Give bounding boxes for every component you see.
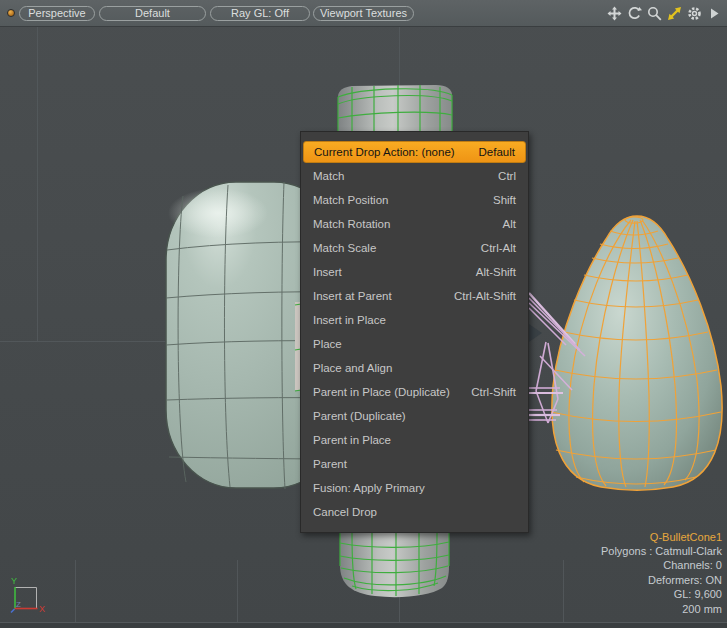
menu-item-shortcut: Shift <box>493 194 516 206</box>
viewport-toolbar: PerspectiveDefaultRay GL: OffViewport Te… <box>0 0 727 27</box>
selected-item-name: Q-BulletCone1 <box>601 530 722 544</box>
menu-item-label: Parent <box>313 458 347 470</box>
menu-item[interactable]: Parent in Place <box>301 428 528 452</box>
menu-item-shortcut: Ctrl-Shift <box>471 386 516 398</box>
expand-arrow-icon[interactable] <box>706 5 723 21</box>
axis-z-label: Z <box>16 600 21 609</box>
status-readout: Q-BulletCone1 Polygons : Catmull-ClarkCh… <box>601 530 722 616</box>
toolbar-icons <box>603 5 723 21</box>
menu-item[interactable]: Insert in Place <box>301 308 528 332</box>
maximize-icon[interactable] <box>666 5 683 21</box>
menu-item[interactable]: Current Drop Action: (none)Default <box>303 141 526 163</box>
status-line: 200 mm <box>601 602 722 616</box>
menu-item[interactable]: MatchCtrl <box>301 164 528 188</box>
rotate-icon[interactable] <box>626 5 643 21</box>
menu-item-label: Place and Align <box>313 362 392 374</box>
toolbar-button-perspective[interactable]: Perspective <box>19 6 95 21</box>
menu-item-label: Match Rotation <box>313 218 390 230</box>
menu-item-label: Insert in Place <box>313 314 386 326</box>
status-line: Channels: 0 <box>601 558 722 572</box>
gear-icon[interactable] <box>686 5 703 21</box>
axis-y-label: Y <box>11 576 17 586</box>
status-line: Deformers: ON <box>601 573 722 587</box>
status-info-lines: Polygons : Catmull-ClarkChannels: 0Defor… <box>601 544 722 616</box>
menu-item-shortcut: Alt-Shift <box>476 266 516 278</box>
menu-item[interactable]: Fusion: Apply Primary <box>301 476 528 500</box>
modo-viewport-window: Y X Z PerspectiveDefaultRay GL: OffViewp… <box>0 0 727 628</box>
context-menu: Current Drop Action: (none)DefaultMatchC… <box>300 131 529 533</box>
pan-move-icon[interactable] <box>606 5 623 21</box>
menu-item-shortcut: Default <box>479 146 515 158</box>
menu-item-label: Match Position <box>313 194 388 206</box>
menu-item[interactable]: Parent in Place (Duplicate)Ctrl-Shift <box>301 380 528 404</box>
viewport-bottom-strip <box>0 623 727 628</box>
toolbar-button-ray-gl-off[interactable]: Ray GL: Off <box>210 6 310 21</box>
menu-item-shortcut: Ctrl-Alt <box>481 242 516 254</box>
menu-item-shortcut: Ctrl <box>498 170 516 182</box>
menu-item-label: Fusion: Apply Primary <box>313 482 425 494</box>
zoom-icon[interactable] <box>646 5 663 21</box>
status-line: Polygons : Catmull-Clark <box>601 544 722 558</box>
menu-item-label: Cancel Drop <box>313 506 377 518</box>
menu-item-label: Parent in Place (Duplicate) <box>313 386 450 398</box>
menu-item-label: Current Drop Action: (none) <box>314 146 455 158</box>
menu-item[interactable]: InsertAlt-Shift <box>301 260 528 284</box>
menu-item-label: Match Scale <box>313 242 376 254</box>
menu-item[interactable]: Match ScaleCtrl-Alt <box>301 236 528 260</box>
menu-item[interactable]: Cancel Drop <box>301 500 528 524</box>
viewport-status-dot[interactable] <box>7 9 15 17</box>
toolbar-buttons: PerspectiveDefaultRay GL: OffViewport Te… <box>19 6 414 21</box>
menu-item[interactable]: Parent (Duplicate) <box>301 404 528 428</box>
toolbar-button-default[interactable]: Default <box>99 6 206 21</box>
menu-item-shortcut: Alt <box>503 218 516 230</box>
menu-item-shortcut: Ctrl-Alt-Shift <box>454 290 516 302</box>
menu-item[interactable]: Parent <box>301 452 528 476</box>
menu-item[interactable]: Place <box>301 332 528 356</box>
menu-item[interactable]: Insert at ParentCtrl-Alt-Shift <box>301 284 528 308</box>
menu-item-label: Insert at Parent <box>313 290 392 302</box>
menu-item-label: Insert <box>313 266 342 278</box>
status-line: GL: 9,600 <box>601 587 722 601</box>
menu-item[interactable]: Match RotationAlt <box>301 212 528 236</box>
menu-item-label: Match <box>313 170 344 182</box>
toolbar-button-viewport-textures[interactable]: Viewport Textures <box>313 6 414 21</box>
menu-item-label: Parent (Duplicate) <box>313 410 406 422</box>
menu-item-label: Place <box>313 338 342 350</box>
menu-item-label: Parent in Place <box>313 434 391 446</box>
menu-item[interactable]: Place and Align <box>301 356 528 380</box>
axis-x-label: X <box>39 604 45 614</box>
menu-item[interactable]: Match PositionShift <box>301 188 528 212</box>
